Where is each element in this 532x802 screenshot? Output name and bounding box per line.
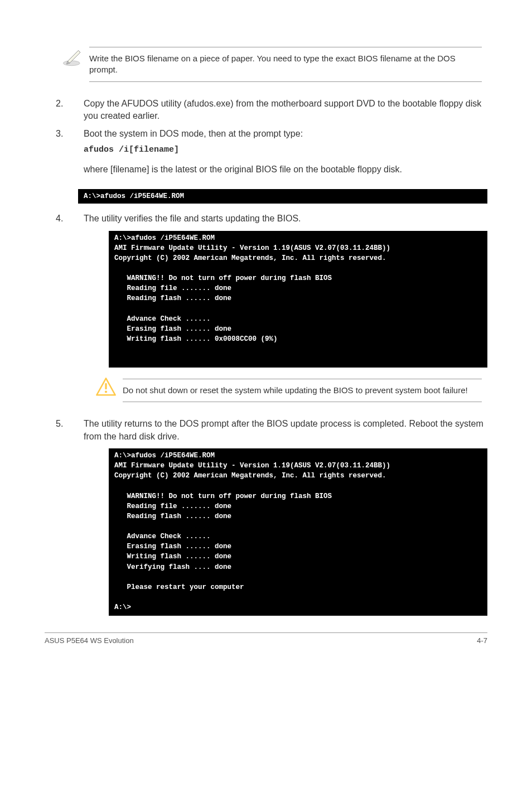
- step-number: 5.: [56, 418, 84, 430]
- note-text: Write the BIOS filename on a piece of pa…: [89, 54, 456, 74]
- step-3: 3. Boot the system in DOS mode, then at …: [56, 128, 487, 183]
- step-text: Boot the system in DOS mode, then at the…: [84, 129, 303, 138]
- pencil-icon: [56, 45, 89, 68]
- step-number: 3.: [56, 128, 84, 140]
- footer-page-number: 4-7: [477, 636, 487, 645]
- step-text-after: where [filename] is the latest or the or…: [84, 163, 487, 176]
- terminal-output: A:\>afudos /iP5E64WE.ROM AMI Firmware Up…: [109, 448, 487, 616]
- svg-point-6: [105, 391, 107, 393]
- command-text: afudos /i[filename]: [84, 144, 487, 156]
- step-text: The utility returns to the DOS prompt af…: [84, 418, 487, 443]
- warning-icon: [89, 376, 123, 399]
- footer-product: ASUS P5E64 WS Evolution: [45, 636, 134, 645]
- warning-block: Do not shut down or reset the system whi…: [89, 376, 487, 408]
- svg-rect-5: [105, 383, 107, 390]
- divider: [123, 379, 482, 379]
- step-4: 4. The utility verifies the file and sta…: [56, 212, 487, 225]
- divider: [89, 47, 482, 47]
- note-block: Write the BIOS filename on a piece of pa…: [56, 45, 487, 88]
- step-text: Copy the AFUDOS utility (afudos.exe) fro…: [84, 98, 487, 123]
- divider: [123, 402, 482, 402]
- step-text: The utility verifies the file and starts…: [84, 212, 487, 225]
- step-number: 4.: [56, 212, 84, 225]
- step-number: 2.: [56, 98, 84, 110]
- warning-text: Do not shut down or reset the system whi…: [123, 385, 468, 395]
- step-2: 2. Copy the AFUDOS utility (afudos.exe) …: [56, 98, 487, 123]
- page-footer: ASUS P5E64 WS Evolution 4-7: [45, 632, 487, 645]
- divider: [89, 81, 482, 82]
- terminal-output: A:\>afudos /iP5E64WE.ROM: [78, 189, 487, 204]
- step-5: 5. The utility returns to the DOS prompt…: [56, 418, 487, 443]
- terminal-output: A:\>afudos /iP5E64WE.ROM AMI Firmware Up…: [109, 231, 487, 368]
